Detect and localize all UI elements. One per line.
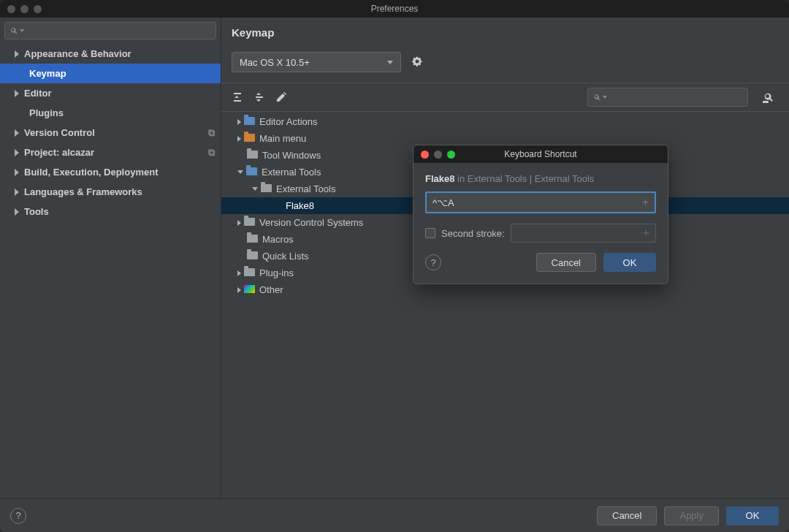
edit-shortcut-button[interactable] <box>275 91 287 103</box>
preferences-footer: ? Cancel Apply OK <box>0 498 789 532</box>
question-mark-icon: ? <box>430 257 435 268</box>
tree-label: Version Control Systems <box>259 217 363 228</box>
second-stroke-label: Second stroke: <box>441 228 505 239</box>
svg-rect-0 <box>763 101 769 103</box>
sidebar-item-plugins[interactable]: Plugins <box>0 103 221 123</box>
sidebar-item-build[interactable]: Build, Execution, Deployment <box>0 162 221 182</box>
sidebar-label: Build, Execution, Deployment <box>24 167 158 178</box>
settings-search-input[interactable] <box>4 22 216 39</box>
add-stroke-icon[interactable]: + <box>643 227 649 240</box>
tree-label: Main menu <box>259 133 306 144</box>
sidebar-item-project[interactable]: Project: alcazar⧉ <box>0 142 221 162</box>
cancel-button[interactable]: Cancel <box>597 506 657 525</box>
project-scope-icon: ⧉ <box>208 127 215 139</box>
sidebar-label: Languages & Frameworks <box>24 186 142 197</box>
dialog-help-button[interactable]: ? <box>425 254 441 270</box>
shortcut-value: ^⌥A <box>432 197 454 208</box>
action-search-input[interactable] <box>587 88 748 107</box>
window-title: Preferences <box>0 4 789 14</box>
expand-all-button[interactable] <box>232 91 243 103</box>
tree-label: Macros <box>262 234 294 245</box>
folder-icon <box>247 151 258 159</box>
sidebar-item-editor[interactable]: Editor <box>0 83 221 103</box>
sidebar-label: Editor <box>24 88 52 99</box>
folder-icon <box>244 268 255 276</box>
collapse-all-button[interactable] <box>254 91 265 103</box>
scheme-actions-button[interactable] <box>411 56 423 69</box>
ok-button[interactable]: OK <box>726 506 779 525</box>
first-stroke-input[interactable]: ^⌥A + <box>425 191 656 213</box>
keyboard-shortcut-dialog: Keyboard Shortcut Flake8 in External Too… <box>413 145 668 284</box>
sidebar-item-languages[interactable]: Languages & Frameworks <box>0 182 221 202</box>
sidebar-label: Keymap <box>29 68 66 79</box>
apply-button[interactable]: Apply <box>664 506 719 525</box>
shortcut-context-label: Flake8 in External Tools | External Tool… <box>425 173 656 184</box>
tree-label: Editor Actions <box>259 116 318 127</box>
dialog-ok-button[interactable]: OK <box>603 253 656 272</box>
project-scope-icon: ⧉ <box>208 147 215 159</box>
tree-label: Other <box>259 284 283 295</box>
sidebar-item-keymap[interactable]: Keymap <box>0 64 221 83</box>
folder-icon <box>261 184 272 192</box>
sidebar-label: Project: alcazar <box>24 147 94 158</box>
tree-label: Plug-ins <box>259 267 294 278</box>
tree-label: Flake8 <box>286 200 314 211</box>
help-button[interactable]: ? <box>10 508 26 524</box>
find-by-shortcut-button[interactable] <box>758 88 779 107</box>
keymap-toolbar <box>221 83 789 112</box>
dialog-title: Keyboard Shortcut <box>413 149 668 159</box>
add-stroke-icon[interactable]: + <box>642 196 649 209</box>
sidebar-label: Appearance & Behavior <box>24 48 132 59</box>
sidebar-item-tools[interactable]: Tools <box>0 202 221 221</box>
sidebar-label: Version Control <box>24 127 95 138</box>
window-titlebar: Preferences <box>0 0 789 18</box>
search-history-dropdown-icon[interactable] <box>603 96 607 99</box>
question-mark-icon: ? <box>15 510 20 521</box>
tree-label: External Tools <box>276 183 335 194</box>
folder-icon <box>244 134 255 142</box>
dialog-titlebar: Keyboard Shortcut <box>413 145 668 163</box>
pencil-icon <box>276 92 286 102</box>
sidebar-item-vcs[interactable]: Version Control⧉ <box>0 123 221 142</box>
dialog-cancel-button[interactable]: Cancel <box>536 253 596 272</box>
tree-label: External Tools <box>262 167 321 178</box>
find-shortcut-icon <box>762 91 775 104</box>
page-title: Keymap <box>232 26 779 39</box>
settings-sidebar: Appearance & Behavior Keymap Editor Plug… <box>0 18 221 498</box>
settings-categories: Appearance & Behavior Keymap Editor Plug… <box>0 44 221 498</box>
sidebar-label: Plugins <box>29 107 64 118</box>
preferences-body: Appearance & Behavior Keymap Editor Plug… <box>0 18 789 498</box>
sidebar-item-appearance[interactable]: Appearance & Behavior <box>0 44 221 64</box>
search-icon <box>9 26 18 35</box>
second-stroke-checkbox[interactable] <box>425 228 435 238</box>
tree-label: Quick Lists <box>262 251 309 262</box>
scheme-selected-label: Mac OS X 10.5+ <box>240 57 310 68</box>
search-icon <box>592 93 601 102</box>
folder-icon <box>244 218 255 226</box>
gear-icon <box>411 56 423 67</box>
folder-icon <box>244 117 255 125</box>
folder-icon <box>244 285 255 293</box>
search-history-dropdown-icon[interactable] <box>20 29 24 32</box>
preferences-window: Preferences Appearance & Behavior Keymap… <box>0 0 789 532</box>
folder-icon <box>247 251 258 259</box>
sidebar-label: Tools <box>24 206 49 217</box>
folder-icon <box>247 235 258 243</box>
keymap-scheme-select[interactable]: Mac OS X 10.5+ <box>232 52 401 72</box>
folder-icon <box>246 167 257 175</box>
tree-label: Tool Windows <box>262 150 321 161</box>
chevron-down-icon <box>387 61 393 64</box>
second-stroke-input[interactable]: + <box>511 224 656 243</box>
